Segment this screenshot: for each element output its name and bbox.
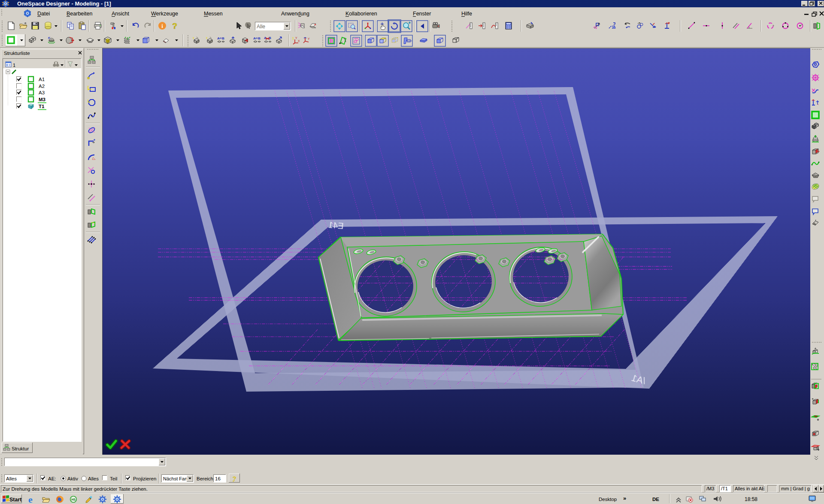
svg-text:2: 2 bbox=[127, 36, 129, 40]
svg-text:Teil: Teil bbox=[110, 476, 117, 481]
svg-text:Zur Drehung des Modells Maus m: Zur Drehung des Modells Maus mit linker … bbox=[3, 486, 148, 492]
svg-text:18:58: 18:58 bbox=[745, 496, 757, 502]
svg-text:Anwendung: Anwendung bbox=[281, 11, 309, 17]
svg-text:?: ? bbox=[172, 21, 177, 30]
svg-text:Y: Y bbox=[295, 36, 297, 39]
svg-text:Alle: Alle bbox=[257, 24, 265, 30]
svg-text:mm | Grad | g: mm | Grad | g bbox=[781, 486, 810, 491]
svg-text:Alles: Alles bbox=[88, 476, 99, 481]
svg-text:Nächst Fang: Nächst Fang bbox=[163, 476, 190, 481]
svg-text:Bereich:: Bereich: bbox=[197, 476, 215, 481]
svg-text:16: 16 bbox=[215, 476, 221, 481]
svg-text:Kollaborieren: Kollaborieren bbox=[345, 11, 377, 17]
svg-text:M3: M3 bbox=[39, 97, 45, 102]
svg-text:Aktiv: Aktiv bbox=[67, 476, 78, 481]
svg-text:Fenster: Fenster bbox=[413, 11, 431, 17]
svg-text:Hilfe: Hilfe bbox=[461, 11, 472, 17]
svg-text:X: X bbox=[298, 39, 300, 42]
svg-text:DE: DE bbox=[652, 497, 659, 502]
svg-text:B: B bbox=[258, 36, 261, 40]
svg-text:B: B bbox=[222, 36, 224, 40]
svg-text:ULN: ULN bbox=[408, 39, 412, 42]
svg-text:OneSpace Designer - Modeling -: OneSpace Designer - Modeling - [1] bbox=[17, 0, 111, 7]
svg-text:Desktop: Desktop bbox=[599, 497, 617, 502]
svg-text:E41: E41 bbox=[328, 220, 344, 231]
svg-text:Datei: Datei bbox=[37, 11, 50, 17]
svg-text:T1: T1 bbox=[39, 104, 45, 109]
svg-text:AE:: AE: bbox=[48, 476, 56, 481]
svg-text:Struktur: Struktur bbox=[12, 446, 29, 451]
svg-text:i: i bbox=[161, 23, 163, 29]
svg-text:Y: Y bbox=[308, 37, 310, 40]
svg-text:HS: HS bbox=[71, 498, 76, 501]
svg-text:Start: Start bbox=[9, 497, 22, 503]
svg-text:Ansicht: Ansicht bbox=[112, 11, 130, 17]
svg-text:Werkzeuge: Werkzeuge bbox=[151, 11, 178, 17]
svg-text:/T1: /T1 bbox=[721, 486, 728, 491]
svg-text:Alles: Alles bbox=[6, 476, 17, 481]
svg-text:Alles in akt AE: Alles in akt AE bbox=[735, 486, 765, 491]
svg-text:Bearbeiten: Bearbeiten bbox=[67, 11, 93, 17]
svg-text:Strukturliste: Strukturliste bbox=[4, 51, 30, 56]
svg-text:Projizieren: Projizieren bbox=[133, 476, 156, 481]
svg-text:/M3: /M3 bbox=[706, 486, 714, 491]
svg-text:Messen: Messen bbox=[204, 11, 223, 17]
svg-text:»: » bbox=[623, 495, 626, 501]
svg-text:A1: A1 bbox=[39, 77, 45, 82]
svg-text:1: 1 bbox=[13, 63, 15, 68]
svg-text:A3: A3 bbox=[39, 90, 45, 95]
svg-text:A2: A2 bbox=[39, 84, 45, 89]
svg-text:e: e bbox=[28, 494, 33, 504]
